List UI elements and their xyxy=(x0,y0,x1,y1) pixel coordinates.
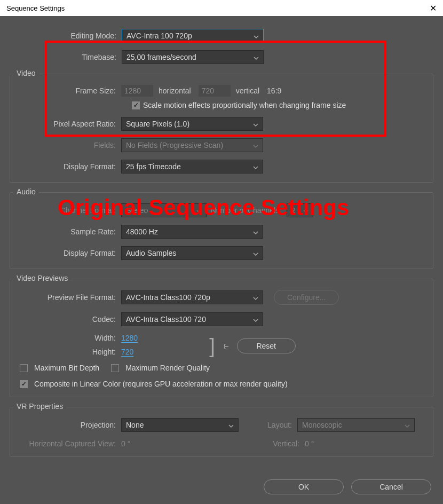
layout-label: Layout: xyxy=(239,421,297,429)
vr-legend: VR Properties xyxy=(13,402,66,411)
chevron-down-icon xyxy=(253,121,258,129)
hcv-label: Horizontal Captured View: xyxy=(17,439,121,448)
close-icon[interactable]: ✕ xyxy=(430,3,437,13)
preview-width-label: Width: xyxy=(17,334,121,342)
hcv-value: 0 ° xyxy=(121,439,239,448)
par-label: Pixel Aspect Ratio: xyxy=(17,120,121,128)
audio-display-format-dropdown[interactable]: Audio Samples xyxy=(121,246,263,260)
codec-dropdown[interactable]: AVC-Intra Class100 720 xyxy=(121,312,263,326)
channel-format-label: Channel Format: xyxy=(17,206,121,215)
chevron-down-icon xyxy=(253,163,258,172)
frame-height-input: 720 xyxy=(199,85,231,97)
chevron-down-icon xyxy=(253,316,258,325)
scale-motion-checkbox[interactable] xyxy=(132,101,140,109)
frame-width-input: 1280 xyxy=(121,85,153,97)
projection-dropdown[interactable]: None xyxy=(121,418,239,432)
max-bit-depth-checkbox[interactable] xyxy=(20,364,28,372)
chevron-down-icon xyxy=(253,250,258,258)
horizontal-label: horizontal xyxy=(159,86,191,95)
preview-height-label: Height: xyxy=(17,348,121,356)
reset-button[interactable]: Reset xyxy=(237,338,296,353)
video-legend: Video xyxy=(13,69,39,77)
chevron-down-icon xyxy=(228,422,234,430)
sample-rate-label: Sample Rate: xyxy=(17,227,121,236)
dialog-footer: OK Cancel xyxy=(264,479,431,494)
composite-linear-label: Composite in Linear Color (requires GPU … xyxy=(34,380,288,388)
chevron-down-icon xyxy=(253,142,258,151)
composite-linear-checkbox[interactable] xyxy=(20,380,28,388)
bracket-icon: ] xyxy=(209,339,215,353)
audio-display-format-label: Display Format: xyxy=(17,249,121,257)
frame-size-label: Frame Size: xyxy=(17,86,121,95)
num-channels-dropdown: 2 xyxy=(287,203,313,217)
editing-mode-dropdown[interactable]: AVC-Intra 100 720p xyxy=(122,29,264,43)
par-dropdown[interactable]: Square Pixels (1.0) xyxy=(121,117,263,131)
ok-button[interactable]: OK xyxy=(264,479,344,494)
preview-height-value[interactable]: 720 xyxy=(121,348,133,356)
video-display-format-dropdown[interactable]: 25 fps Timecode xyxy=(121,160,263,174)
chevron-down-icon xyxy=(253,294,258,303)
chevron-down-icon xyxy=(254,33,259,41)
vr-vertical-label: Vertical: xyxy=(246,439,305,448)
window-title: Sequence Settings xyxy=(6,4,65,12)
video-group: Video Frame Size: 1280 horizontal 720 ve… xyxy=(10,74,433,183)
vr-vertical-value: 0 ° xyxy=(305,439,314,448)
preview-width-value[interactable]: 1280 xyxy=(121,334,138,342)
fields-label: Fields: xyxy=(17,141,121,149)
scale-motion-label: Scale motion effects proportionally when… xyxy=(143,101,346,109)
video-display-format-label: Display Format: xyxy=(17,162,121,171)
max-bit-depth-label: Maximum Bit Depth xyxy=(34,364,99,372)
audio-group: Audio Channel Format: Stereo Number of C… xyxy=(10,192,433,269)
previews-legend: Video Previews xyxy=(13,274,71,282)
timebase-label: Timebase: xyxy=(10,53,122,61)
sample-rate-dropdown[interactable]: 48000 Hz xyxy=(121,225,263,239)
previews-group: Video Previews Preview File Format: AVC-… xyxy=(10,279,433,397)
audio-legend: Audio xyxy=(13,187,39,196)
chevron-down-icon xyxy=(253,229,258,237)
link-icon[interactable]: ⥼ xyxy=(223,341,230,351)
vertical-label: vertical xyxy=(236,86,259,95)
codec-label: Codec: xyxy=(17,315,121,324)
configure-button: Configure... xyxy=(274,290,339,305)
layout-dropdown: Monoscopic xyxy=(297,418,415,432)
fields-dropdown: No Fields (Progressive Scan) xyxy=(121,138,263,152)
editing-mode-label: Editing Mode: xyxy=(10,32,122,40)
cancel-button[interactable]: Cancel xyxy=(351,479,431,494)
preview-file-format-label: Preview File Format: xyxy=(17,293,121,302)
preview-file-format-dropdown[interactable]: AVC-Intra Class100 720p xyxy=(121,290,263,304)
chevron-down-icon xyxy=(303,207,308,216)
chevron-down-icon xyxy=(196,207,202,216)
vr-group: VR Properties Projection: None Layout: M… xyxy=(10,407,433,457)
chevron-down-icon xyxy=(405,422,410,430)
chevron-down-icon xyxy=(254,54,259,62)
aspect-label: 16:9 xyxy=(267,86,281,95)
title-bar: Sequence Settings ✕ xyxy=(0,0,443,16)
max-render-quality-checkbox[interactable] xyxy=(111,364,119,372)
num-channels-label: Number of Channels: xyxy=(207,206,287,215)
timebase-dropdown[interactable]: 25,00 frames/second xyxy=(122,50,264,64)
projection-label: Projection: xyxy=(17,421,121,429)
max-render-quality-label: Maximum Render Quality xyxy=(125,364,210,372)
channel-format-dropdown: Stereo xyxy=(121,203,207,217)
